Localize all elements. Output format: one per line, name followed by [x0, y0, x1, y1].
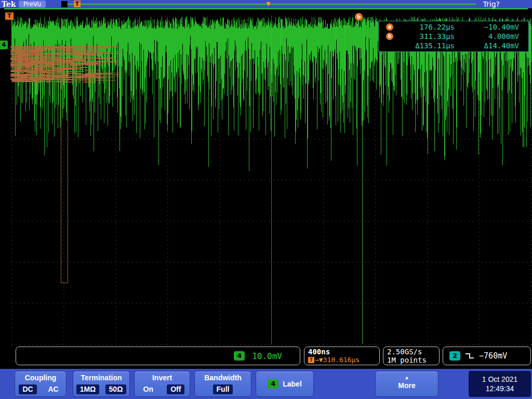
cursor-delta-volt: Δ14.40mV — [484, 42, 519, 50]
trigger-offscreen-marker: T — [5, 12, 14, 20]
invert-button[interactable]: Invert On Off — [134, 371, 190, 397]
datetime-box: 1 Oct 2021 12:49:34 — [469, 371, 531, 397]
invert-off-option[interactable]: Off — [167, 384, 184, 394]
cursor-readout-panel: a 176.22µs −10.40mV b 311.33µs 4.000mV Δ… — [378, 21, 529, 52]
trigger-level-value: −760mV — [479, 351, 507, 361]
channel4-scale-readout: 4 10.0mV — [16, 347, 300, 365]
coupling-dc-option[interactable]: DC — [19, 384, 36, 394]
bandwidth-title: Bandwidth — [195, 374, 251, 382]
cursor-b-badge: b — [386, 33, 393, 40]
coupling-title: Coupling — [15, 374, 66, 382]
oscilloscope-ui: Tek PreVu T ▼ Trig? T 4 b a 176.22µs −10… — [0, 0, 532, 399]
termination-50-option[interactable]: 50Ω — [105, 384, 127, 394]
timebase-readout: 400ns T →▼ 310.616µs — [304, 347, 380, 365]
termination-button[interactable]: Termination 1MΩ 50Ω — [73, 371, 130, 397]
waveform-display: T 4 b a 176.22µs −10.40mV b 311.33µs 4.0… — [0, 8, 532, 346]
cursor-b-volt: 4.000mV — [488, 32, 519, 41]
tek-logo: Tek — [2, 0, 16, 8]
coupling-ac-option[interactable]: AC — [44, 384, 62, 394]
cursor-a-volt: −10.40mV — [484, 23, 519, 31]
bandwidth-full-option[interactable]: Full — [213, 384, 233, 394]
invert-on-option[interactable]: On — [140, 384, 157, 394]
falling-edge-icon — [465, 352, 474, 360]
acquisition-mode-badge: PreVu — [19, 1, 46, 8]
timebase-value: 400ns — [308, 348, 379, 356]
more-button[interactable]: ▲ More — [375, 371, 438, 397]
trigger-channel-badge: 2 — [449, 351, 460, 361]
termination-title: Termination — [73, 374, 129, 382]
cursor-b-time: 311.33µs — [420, 32, 455, 41]
trigger-position-arrow-icon: ▼ — [266, 1, 270, 7]
record-length-value: 1M points — [387, 356, 439, 364]
trigger-delay-arrow-icon: →▼ — [315, 356, 323, 364]
record-view-line — [68, 4, 476, 5]
softkey-menu-bar: Coupling DC AC Termination 1MΩ 50Ω Inver… — [0, 369, 532, 399]
sample-rate-value: 2.50GS/s — [387, 348, 439, 356]
acquisition-readout: 2.50GS/s 1M points — [383, 347, 440, 365]
cursor-a-badge: a — [386, 23, 393, 31]
trigger-readout: 2 −760mV — [443, 347, 531, 365]
label-button[interactable]: 4 Label — [256, 371, 314, 397]
cursor-delta-time: Δ135.11µs — [415, 42, 455, 50]
invert-title: Invert — [135, 374, 190, 382]
more-text: More — [376, 381, 438, 390]
top-status-bar: Tek PreVu T ▼ Trig? — [0, 0, 532, 8]
label-text: Label — [283, 380, 302, 388]
channel4-ground-marker: 4 — [0, 41, 8, 49]
record-view-bracket — [61, 1, 68, 7]
status-bar: 4 10.0mV 400ns T →▼ 310.616µs 2.50GS/s 1… — [0, 346, 532, 369]
cursor-b-marker: b — [355, 13, 363, 21]
bandwidth-button[interactable]: Bandwidth Full — [194, 371, 251, 397]
trigger-position-t-icon: T — [74, 1, 81, 7]
termination-1m-option[interactable]: 1MΩ — [76, 384, 100, 394]
channel4-badge: 4 — [234, 351, 245, 361]
cursor-a-time: 176.22µs — [420, 23, 455, 31]
waveform-canvas — [0, 8, 532, 346]
coupling-button[interactable]: Coupling DC AC — [15, 371, 66, 397]
label-channel-badge: 4 — [268, 379, 278, 389]
trigger-status: Trig? — [483, 0, 500, 8]
trigger-delay-row: T →▼ 310.616µs — [308, 356, 379, 364]
time-value: 12:49:34 — [486, 384, 514, 393]
trigger-t-icon: T — [308, 357, 314, 363]
channel4-scale-value: 10.0mV — [252, 351, 282, 361]
trigger-delay-value: 310.616µs — [323, 356, 360, 364]
more-up-arrow-icon: ▲ — [376, 374, 438, 381]
date-value: 1 Oct 2021 — [482, 375, 518, 384]
